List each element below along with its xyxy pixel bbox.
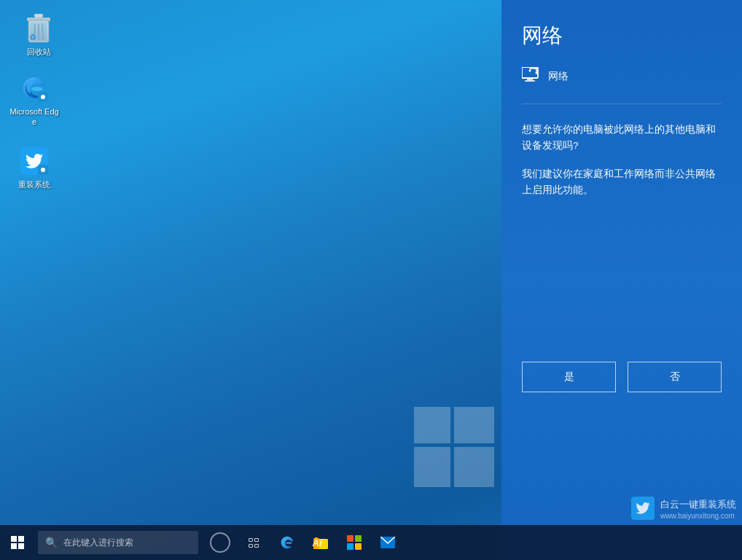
panel-title: 网络 [522, 22, 722, 50]
svg-line-6 [42, 25, 43, 39]
network-icon [522, 67, 541, 86]
ai-label: Ai [301, 525, 333, 560]
svg-rect-0 [34, 14, 43, 18]
taskbar-store-button[interactable] [338, 525, 370, 560]
svg-rect-12 [527, 78, 533, 80]
desktop-icon-recycle-bin[interactable]: ♻ 回收站 [13, 13, 64, 57]
svg-rect-24 [355, 535, 362, 542]
recycle-bin-icon: ♻ [23, 13, 54, 44]
windows-watermark [414, 407, 494, 487]
watermark: 白云一键重装系统 www.baiyunxitong.com [631, 497, 736, 520]
no-button[interactable]: 否 [628, 362, 722, 392]
search-placeholder: 在此键入进行搜索 [63, 537, 133, 549]
taskbar-edge-button[interactable] [271, 525, 303, 560]
reinstall-label: 重装系统 [18, 179, 50, 190]
start-button[interactable] [0, 525, 35, 560]
svg-rect-25 [347, 543, 354, 550]
network-label: 网络 [548, 70, 569, 83]
desktop: ♻ 回收站 [0, 0, 742, 560]
taskbar-search[interactable]: 🔍 在此键入进行搜索 [38, 531, 198, 554]
network-panel: 网络 网络 想要允许你的电脑被此网络上 [501, 0, 742, 560]
task-view-button[interactable] [238, 525, 270, 560]
panel-suggestion: 我们建议你在家庭和工作网络而非公共网络上启用此功能。 [522, 166, 722, 198]
reinstall-icon [19, 146, 50, 176]
svg-point-18 [536, 68, 538, 70]
svg-point-10 [41, 168, 45, 172]
svg-rect-13 [525, 80, 535, 82]
svg-rect-23 [347, 535, 354, 542]
edge-icon [19, 73, 50, 104]
task-view-icon [249, 538, 259, 548]
search-icon: 🔍 [45, 537, 58, 548]
watermark-text: 白云一键重装系统 www.baiyunxitong.com [660, 497, 736, 520]
desktop-icon-edge[interactable]: Microsoft Edge [9, 73, 60, 128]
panel-question: 想要允许你的电脑被此网络上的其他电脑和设备发现吗? [522, 122, 722, 153]
svg-rect-26 [355, 543, 362, 550]
edge-label: Microsoft Edge [9, 106, 60, 128]
svg-point-9 [41, 95, 45, 99]
taskbar-mail-button[interactable] [372, 525, 404, 560]
svg-text:♻: ♻ [29, 33, 36, 42]
svg-point-17 [529, 70, 531, 72]
taskbar: 🔍 在此键入进行搜索 [0, 525, 742, 560]
desktop-icon-reinstall[interactable]: 重装系统 [9, 146, 60, 190]
svg-point-19 [536, 72, 538, 74]
svg-point-20 [286, 542, 292, 544]
reinstall-badge [38, 165, 48, 175]
cortana-button[interactable] [204, 525, 236, 560]
svg-point-8 [31, 87, 43, 91]
cortana-icon [210, 532, 230, 553]
windows-logo-icon [11, 536, 24, 549]
yes-button[interactable]: 是 [522, 362, 616, 392]
panel-divider [522, 104, 722, 104]
edge-badge [38, 92, 48, 102]
recycle-bin-label: 回收站 [27, 47, 51, 57]
network-row: 网络 [522, 67, 722, 86]
watermark-icon [631, 497, 655, 520]
